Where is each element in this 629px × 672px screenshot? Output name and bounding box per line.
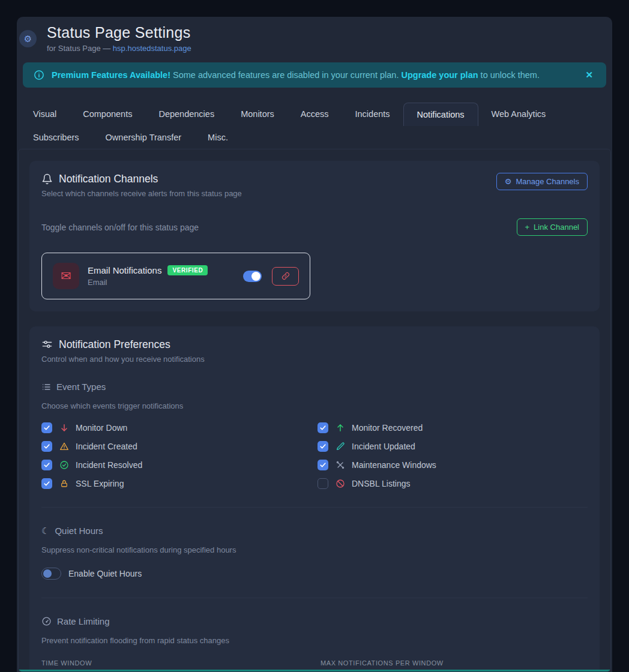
tab-subscribers[interactable]: Subscribers [20, 126, 92, 149]
toggle-knob [43, 569, 52, 578]
unlink-channel-button[interactable] [272, 267, 299, 286]
tab-notifications[interactable]: Notifications [403, 103, 478, 126]
rate-limiting-heading-row: Rate Limiting [41, 616, 588, 626]
quiet-hours-heading-row: ☾ Quiet Hours [41, 526, 588, 536]
event-checkbox[interactable] [318, 460, 328, 470]
tab-access[interactable]: Access [287, 103, 342, 126]
pencil-icon [335, 442, 345, 451]
tab-visual[interactable]: Visual [20, 103, 70, 126]
notifications-tab-content: Notification Channels Select which chann… [18, 149, 611, 672]
divider [41, 598, 588, 598]
event-checkbox[interactable] [41, 460, 52, 470]
event-label: Maintenance Windows [352, 460, 436, 470]
event-types-grid: Monitor DownMonitor RecoveredIncident Cr… [41, 422, 594, 489]
premium-banner-text: Premium Features Available! Some advance… [52, 70, 576, 80]
rate-limiting-heading: Rate Limiting [57, 616, 110, 626]
tab-components[interactable]: Components [70, 103, 145, 126]
channel-info: Email Notifications VERIFIED Email [88, 265, 235, 287]
channels-heading-block: Notification Channels Select which chann… [41, 173, 242, 198]
page-header: ⚙ Status Page Settings for Status Page —… [17, 17, 612, 53]
event-type-item: Monitor Recovered [318, 422, 594, 433]
link-channel-label: Link Channel [534, 223, 579, 232]
email-icon: ✉ [53, 263, 79, 289]
channels-subtitle: Select which channels receive alerts fro… [41, 189, 242, 198]
banner-text-end: to unlock them. [478, 70, 540, 80]
max-notifications-label: MAX NOTIFICATIONS PER WINDOW [321, 659, 588, 667]
quiet-hours-toggle-label: Enable Quiet Hours [68, 569, 142, 578]
warning-icon [59, 442, 69, 451]
event-type-item: SSL Expiring [41, 478, 318, 489]
event-checkbox[interactable] [318, 441, 328, 452]
tab-incidents[interactable]: Incidents [342, 103, 403, 126]
bell-icon [41, 173, 53, 185]
event-label: Monitor Recovered [352, 423, 423, 433]
tabs-row-2: SubscribersOwnership TransferMisc. [20, 126, 612, 149]
preferences-subtitle: Control when and how you receive notific… [41, 355, 588, 364]
settings-panel: ⚙ Status Page Settings for Status Page —… [17, 17, 612, 672]
rate-limiting-subtitle: Prevent notification flooding from rapid… [41, 636, 588, 645]
gauge-icon [41, 616, 52, 626]
tools-icon [335, 460, 345, 470]
event-checkbox[interactable] [41, 441, 52, 452]
tab-ownership-transfer[interactable]: Ownership Transfer [92, 126, 195, 149]
info-icon [34, 70, 44, 80]
event-type-item: Incident Resolved [41, 460, 318, 470]
tab-web-analytics[interactable]: Web Analytics [478, 103, 559, 126]
notification-channels-section: Notification Channels Select which chann… [29, 161, 600, 311]
list-icon [41, 382, 51, 392]
verified-badge: VERIFIED [167, 265, 208, 275]
status-page-link[interactable]: hsp.hostedstatus.page [113, 44, 191, 53]
event-label: Incident Created [76, 442, 137, 451]
event-types-heading-row: Event Types [41, 382, 588, 392]
event-label: Monitor Down [76, 423, 127, 433]
manage-channels-button[interactable]: ⚙ Manage Channels [496, 173, 588, 190]
channel-type: Email [88, 278, 235, 287]
preferences-title: Notification Preferences [59, 338, 170, 351]
enable-quiet-hours-toggle[interactable] [41, 568, 61, 580]
divider [41, 507, 588, 508]
banner-bold-intro: Premium Features Available! [52, 70, 170, 80]
banner-close-icon[interactable]: ✕ [583, 70, 595, 80]
bottom-strip [19, 670, 610, 671]
tab-dependencies[interactable]: Dependencies [145, 103, 227, 126]
event-checkbox[interactable] [41, 478, 52, 489]
quiet-hours-subtitle: Suppress non-critical notifications duri… [41, 545, 588, 554]
link-channel-button[interactable]: + Link Channel [517, 218, 588, 236]
arrow-up-icon [335, 423, 345, 433]
event-label: SSL Expiring [76, 479, 124, 488]
event-types-subtitle: Choose which events trigger notification… [41, 401, 588, 410]
upgrade-plan-link[interactable]: Upgrade your plan [401, 70, 478, 80]
prohibited-icon [335, 479, 345, 488]
tab-monitors[interactable]: Monitors [227, 103, 287, 126]
time-window-label: TIME WINDOW [41, 659, 308, 667]
subtitle-prefix: for Status Page — [47, 44, 113, 53]
notification-preferences-section: Notification Preferences Control when an… [29, 326, 600, 672]
event-type-item: Incident Updated [318, 441, 594, 452]
channels-title-row: Notification Channels [41, 173, 242, 185]
event-type-item: Maintenance Windows [318, 460, 594, 470]
page-subtitle: for Status Page — hsp.hostedstatus.page [47, 44, 191, 53]
plus-icon: + [525, 223, 530, 232]
event-checkbox[interactable] [41, 422, 52, 433]
event-label: DNSBL Listings [352, 479, 411, 488]
event-type-item: Incident Created [41, 441, 318, 452]
premium-banner: Premium Features Available! Some advance… [23, 62, 606, 88]
moon-icon: ☾ [41, 526, 49, 535]
event-types-heading: Event Types [56, 382, 106, 392]
tabs-row-1: VisualComponentsDependenciesMonitorsAcce… [20, 103, 612, 126]
preferences-title-row: Notification Preferences [41, 338, 588, 351]
event-label: Incident Updated [352, 442, 415, 451]
event-checkbox[interactable] [318, 478, 328, 489]
tab-misc[interactable]: Misc. [194, 126, 241, 149]
toggle-hint: Toggle channels on/off for this status p… [41, 223, 199, 232]
gear-glyph: ⚙ [24, 34, 32, 43]
email-channel-card: ✉ Email Notifications VERIFIED Email [41, 253, 310, 299]
event-checkbox[interactable] [318, 422, 328, 433]
header-text: Status Page Settings for Status Page — h… [47, 24, 191, 53]
check-circle-icon [59, 460, 69, 470]
toggle-knob [251, 272, 260, 281]
sliders-icon [41, 339, 53, 350]
email-channel-toggle[interactable] [243, 271, 262, 282]
event-label: Incident Resolved [76, 460, 142, 470]
link-icon [281, 272, 290, 280]
